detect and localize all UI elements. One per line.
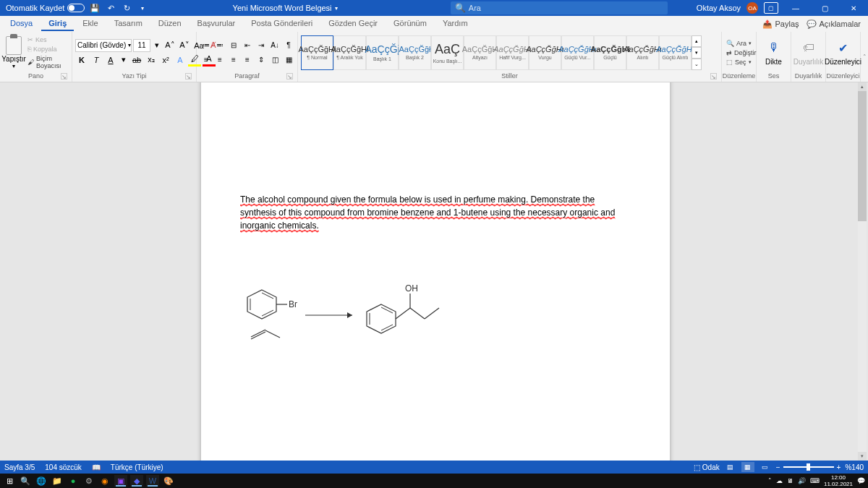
taskbar-edge-icon[interactable]: 🌐 [35,475,48,487]
underline-button[interactable]: A [104,53,117,67]
taskbar-explorer-icon[interactable]: 📁 [51,475,64,487]
style-normal[interactable]: AaÇçĞğHł¶ Normal [301,35,333,70]
undo-icon[interactable]: ↶ [105,2,116,14]
font-size-dropdown[interactable]: 11 [133,39,150,52]
taskbar-spotify-icon[interactable]: ● [67,475,80,487]
tab-help[interactable]: Yardım [435,17,475,31]
numbering-button[interactable]: ≕ [213,39,226,52]
spellcheck-icon[interactable]: 📖 [92,463,101,471]
find-button[interactable]: 🔍Ara▾ [725,39,758,48]
tray-chevron-icon[interactable]: ˄ [768,477,772,484]
borders-button[interactable]: ▦ [282,53,295,67]
sensitivity-button[interactable]: Duyarlılık [793,58,824,66]
tab-view[interactable]: Görünüm [386,17,434,31]
comments-button[interactable]: 💬 Açıklamalar [807,20,861,29]
tray-network-icon[interactable]: 🖥 [787,477,793,484]
increase-indent-button[interactable]: ⇥ [255,39,268,52]
bullets-button[interactable]: ≔ [200,39,213,52]
tab-review[interactable]: Gözden Geçir [321,17,385,31]
taskbar-word-icon[interactable]: W [146,475,159,487]
tab-design[interactable]: Tasarım [107,17,150,31]
styles-up-button[interactable]: ▴ [692,35,702,47]
zoom-out-button[interactable]: − [776,463,780,471]
show-marks-button[interactable]: ¶ [282,39,295,52]
editor-button[interactable]: Düzenleyici [825,58,861,66]
style-intense-quote[interactable]: AaÇçĞğHıGüçlü Alıntı [659,35,692,70]
shading-button[interactable]: ◫ [268,53,281,67]
font-name-dropdown[interactable]: Calibri (Gövde)▾ [75,39,132,52]
zoom-in-button[interactable]: + [837,463,841,471]
tab-file[interactable]: Dosya [3,17,40,31]
line-spacing-button[interactable]: ⇕ [255,53,268,67]
zoom-slider[interactable]: − + [776,463,841,471]
tab-insert[interactable]: Ekle [75,17,105,31]
paragraph-launcher-icon[interactable]: ↘ [286,73,293,80]
font-size-arrow-icon[interactable]: ▾ [152,39,162,52]
language-info[interactable]: Türkçe (Türkiye) [111,463,163,471]
style-subtle-emphasis[interactable]: AaÇçĞğHıHafif Vurg... [496,35,529,70]
style-title[interactable]: AaÇKonu Başlı... [431,35,464,70]
clipboard-launcher-icon[interactable]: ↘ [61,73,67,80]
increase-font-button[interactable]: A˄ [163,39,176,52]
tab-references[interactable]: Başvurular [190,17,243,31]
tray-lang-icon[interactable]: ⌨ [810,477,820,484]
subscript-button[interactable]: x₂ [145,53,158,67]
sort-button[interactable]: A↓ [268,39,281,52]
taskbar-discord-icon[interactable]: ◆ [130,475,143,487]
styles-more-button[interactable]: ⌄ [692,59,702,70]
redo-icon[interactable]: ↻ [121,2,132,14]
align-right-button[interactable]: ≡ [227,53,240,67]
decrease-font-button[interactable]: A˅ [178,39,191,52]
style-emphasis[interactable]: AaÇçĞğHıVurgu [529,35,561,70]
minimize-button[interactable]: — [784,0,807,16]
web-layout-button[interactable]: ▭ [759,462,772,472]
print-layout-button[interactable]: ▦ [741,462,754,472]
style-heading2[interactable]: AaÇçĞğłBaşlık 2 [399,35,431,70]
style-intense-emphasis[interactable]: AaÇçĞğHıGüçlü Vur... [561,35,594,70]
toggle-switch[interactable] [67,4,85,12]
focus-button[interactable]: ⬚ Odak [694,463,720,471]
paste-dropdown-icon[interactable]: ▾ [12,63,15,69]
text-effects-button[interactable]: A [174,53,187,67]
taskbar-paint-icon[interactable]: 🎨 [162,475,175,487]
tray-cloud-icon[interactable]: ☁ [776,477,783,484]
problem-text[interactable]: The alcohol compound given the formula b… [240,194,615,231]
strikethrough-button[interactable]: ab [130,53,143,67]
read-mode-button[interactable]: ▤ [724,462,737,472]
tab-home[interactable]: Giriş [41,17,74,31]
select-button[interactable]: ⬚Seç▾ [725,58,758,67]
zoom-track[interactable] [783,466,834,468]
page[interactable]: The alcohol compound given the formula b… [201,82,670,461]
styles-launcher-icon[interactable]: ↘ [710,73,717,80]
title-dropdown-icon[interactable]: ▾ [335,5,338,12]
style-strong[interactable]: AaÇçĞğHłGüçlü [594,35,626,70]
style-no-spacing[interactable]: AaÇçĞğHł¶ Aralık Yok [333,35,366,70]
vertical-scrollbar[interactable]: ▴ ▾ [858,82,867,461]
customize-qat-icon[interactable]: ▾ [137,2,148,14]
taskbar-app-icon[interactable]: ◉ [98,475,111,487]
styles-down-button[interactable]: ▾ [692,47,702,59]
format-painter-button[interactable]: 🖌Biçim Boyacısı [26,54,69,70]
dictate-button[interactable]: Dikte [765,58,782,66]
tab-layout[interactable]: Düzen [151,17,189,31]
scroll-track[interactable] [858,91,867,452]
paste-button[interactable]: Yapıştır ▾ [3,36,25,69]
copy-button[interactable]: ⎘Kopyala [26,45,69,53]
close-button[interactable]: ✕ [842,0,865,16]
style-quote[interactable]: AaÇçĞğHıAlıntı [626,35,659,70]
align-center-button[interactable]: ≡ [213,53,226,67]
ribbon-display-options-icon[interactable]: ▢ [764,2,778,14]
zoom-level[interactable]: %140 [845,463,864,471]
word-count[interactable]: 104 sözcük [45,463,82,471]
save-icon[interactable]: 💾 [89,2,101,14]
align-left-button[interactable]: ≡ [200,53,213,67]
taskbar-steam-icon[interactable]: ⚙ [82,475,95,487]
page-info[interactable]: Sayfa 3/5 [4,463,35,471]
tray-notifications-icon[interactable]: 💬 [857,477,865,484]
scroll-up-icon[interactable]: ▴ [858,82,867,91]
justify-button[interactable]: ≡ [241,53,254,67]
start-button[interactable]: ⊞ [3,475,16,487]
user-avatar[interactable]: OA [746,2,758,14]
underline-dropdown-icon[interactable]: ▾ [119,53,129,67]
scroll-down-icon[interactable]: ▾ [858,452,867,461]
